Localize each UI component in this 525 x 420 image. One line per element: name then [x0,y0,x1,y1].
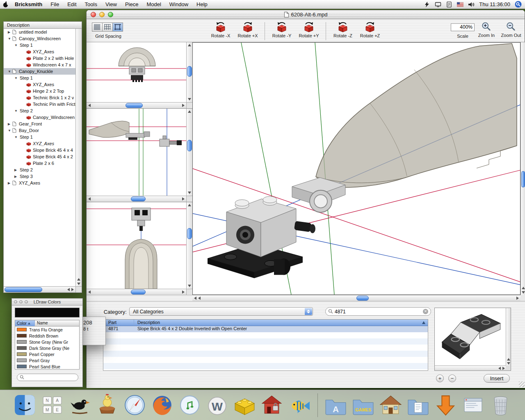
button-rotate-plusx[interactable]: Rotate +X [235,21,260,38]
scrollbar[interactable] [435,365,506,370]
menu-file[interactable]: File [46,0,63,9]
parts-search-input[interactable] [335,309,423,315]
disclosure-expanded-icon[interactable]: ▼ [14,43,19,47]
color-row[interactable]: Dark Stone Gray (Ne [15,345,79,351]
parts-table-row[interactable]: 4871Slope Brick 45 4 x 2 Double Inverted… [103,326,428,332]
menu-clock[interactable]: Thu 11:36:00 [479,1,510,7]
tree-item[interactable]: ▶untitled model [4,29,75,35]
scrollbar[interactable] [75,29,82,286]
dock-documents-folder-icon[interactable] [406,393,430,417]
zoom-in-button[interactable]: Zoom In [475,22,498,38]
dock-download-arrow-icon[interactable] [434,393,457,417]
disclosure-expanded-icon[interactable]: ▼ [14,135,19,139]
colors-table-header[interactable]: Color Name [15,320,80,326]
side-view-pane[interactable] [87,109,192,202]
scrollbar[interactable] [520,42,525,295]
tree-item[interactable]: Technic Pin with Fricti [4,101,75,107]
scrollbar[interactable] [87,102,186,108]
dock-lego-brick-icon[interactable] [233,393,256,417]
button-rotate-minus-z[interactable]: Rotate -Z [330,21,356,38]
apple-menu[interactable] [0,1,11,8]
search-clear-icon[interactable]: ✕ [423,309,428,314]
menu-window[interactable]: Window [165,0,192,9]
spotlight-icon[interactable] [515,1,522,8]
colors-search-field[interactable] [17,374,78,381]
menu-model[interactable]: Model [142,0,165,9]
resize-grip[interactable] [519,381,525,387]
close-button[interactable] [14,300,17,304]
color-row[interactable]: Pearl Gray [15,357,79,363]
tree-item[interactable]: ▼Step 1 [4,134,75,140]
part-preview[interactable] [434,308,511,371]
main-3d-viewport[interactable] [192,42,520,295]
tree-item[interactable]: ▼Canopy_Windscreen [4,35,75,42]
tree-item[interactable]: Plate 2 x 6 [4,160,75,167]
tree-item[interactable]: XYZ_Axes [4,140,75,147]
tree-item[interactable]: ▼Step 2 [4,107,75,114]
button-rotate-plusz[interactable]: Rotate +Z [357,21,383,38]
script-icon[interactable] [446,1,452,8]
color-row[interactable]: Trans Flu Orange [15,326,79,333]
tree-item[interactable]: Canopy_Windscreen [4,114,75,121]
scrollbar[interactable] [87,289,186,295]
dock-w-disc-icon[interactable]: W [205,393,229,417]
scrollbar[interactable] [186,202,192,289]
volume-icon[interactable] [468,1,475,8]
column-name[interactable]: Name [35,320,79,326]
disclosure-collapsed-icon[interactable]: ▶ [8,122,12,126]
tree-item[interactable]: ▼Canopy_Knuckle [4,68,75,75]
front-view-pane[interactable] [87,202,192,295]
tree-item[interactable]: Plate 2 x 2 with Hole [4,55,75,62]
lightning-icon[interactable] [424,1,430,8]
tree-item[interactable]: ▶XYZ_Axes [4,180,75,186]
scrollbar[interactable] [186,42,192,102]
dock-firefox-icon[interactable] [151,393,174,417]
disclosure-expanded-icon[interactable]: ▼ [14,76,19,80]
button-rotate-minus-x[interactable]: Rotate -X [208,21,233,38]
grid-medium-button[interactable] [102,23,113,32]
menu-help[interactable]: Help [192,0,212,9]
add-part-button[interactable]: + [436,374,444,382]
tree-header[interactable]: Description [4,22,82,29]
disclosure-expanded-icon[interactable]: ▼ [8,70,12,73]
app-menu[interactable]: Bricksmith [11,1,46,7]
menu-edit[interactable]: Edit [63,0,80,9]
scrollbar[interactable] [87,196,186,202]
dock-fish-icon[interactable] [288,393,311,417]
dock-window-icon[interactable] [461,393,485,417]
color-row[interactable]: Pearl Sand Blue [15,363,79,370]
color-row[interactable]: Stone Gray (New Gr [15,339,79,345]
tree-item[interactable]: XYZ_Axes [4,48,75,55]
column-color[interactable]: Color [15,320,35,326]
scrollbar[interactable] [506,308,511,365]
parts-search-field[interactable]: ✕ [325,307,431,316]
dock-finder-icon[interactable] [13,393,37,417]
tree-item[interactable]: Slope Brick 45 4 x 4 [4,147,75,153]
dock-itunes-icon[interactable] [178,393,201,417]
zoom-button[interactable] [108,12,113,17]
color-row[interactable]: Reddish Brown [15,333,79,339]
colors-title-bar[interactable]: LDraw Colors [12,299,82,306]
dock-bird-icon[interactable] [68,393,91,417]
tree-item[interactable]: ▶Gear_Front [4,121,75,127]
menu-piece[interactable]: Piece [121,0,143,9]
scale-field[interactable] [451,23,475,31]
disclosure-expanded-icon[interactable]: ▼ [8,129,12,132]
dock-applications-folder-icon[interactable]: A [324,393,347,417]
dock-home-icon[interactable] [379,393,402,417]
dock-trash-icon[interactable] [489,393,512,417]
tree-item[interactable]: Hinge 2 x 2 Top [4,88,75,94]
tree-item[interactable]: ▶Step 2 [4,167,75,173]
display-icon[interactable] [435,1,441,8]
minimize-button[interactable] [19,300,23,304]
scrollbar[interactable] [192,295,520,301]
disclosure-collapsed-icon[interactable]: ▶ [8,181,12,185]
disclosure-expanded-icon[interactable]: ▼ [8,37,12,41]
button-rotate-plusy[interactable]: Rotate +Y [296,21,322,38]
category-popup[interactable]: All Categories [129,307,313,316]
close-button[interactable] [91,12,96,17]
dock-keyboard-icon[interactable]: NAME [41,393,64,417]
tree-item[interactable]: XYZ_Axes [4,81,75,88]
scrollbar[interactable] [4,286,75,292]
tree-item[interactable]: ▼Bay_Door [4,127,75,134]
